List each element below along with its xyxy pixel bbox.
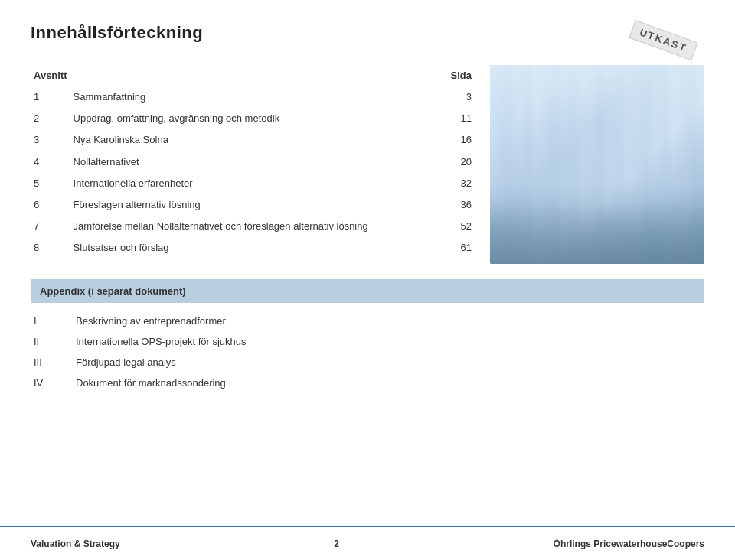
toc-page: 20 (444, 151, 475, 173)
list-item: III Fördjupad legal analys (31, 352, 704, 373)
appendix-items: I Beskrivning av entreprenadformer II In… (31, 303, 704, 393)
list-item: II Internationella OPS-projekt för sjukh… (31, 331, 704, 352)
toc-title: Nollalternativet (70, 151, 444, 173)
toc-title: Sammanfattning (70, 86, 444, 109)
toc-page: 3 (444, 86, 475, 109)
page-container: Innehållsförteckning UTKAST Avsnitt Sida… (0, 0, 735, 560)
appendix-num: III (34, 357, 60, 368)
toc-page: 11 (444, 108, 475, 129)
appendix-num: II (34, 336, 60, 347)
hospital-image (490, 65, 704, 264)
appendix-text: Beskrivning av entreprenadformer (76, 315, 226, 327)
toc-section: Avsnitt Sida 1 Sammanfattning 3 2 Uppdra… (31, 65, 475, 264)
toc-body: 1 Sammanfattning 3 2 Uppdrag, omfattning… (31, 86, 475, 259)
footer-right: Öhrlings PricewaterhouseCoopers (554, 539, 704, 549)
toc-num: 3 (31, 129, 70, 151)
col-avsnitt: Avsnitt (31, 65, 70, 86)
appendix-text: Dokument för marknadssondering (76, 377, 226, 389)
footer-page-number: 2 (334, 539, 339, 549)
toc-page: 52 (444, 216, 475, 237)
toc-num: 4 (31, 151, 70, 173)
toc-num: 1 (31, 86, 70, 109)
toc-num: 6 (31, 194, 70, 216)
image-section (490, 65, 704, 264)
table-row: 3 Nya Karolinska Solna 16 (31, 129, 475, 151)
toc-title: Uppdrag, omfattning, avgränsning och met… (70, 108, 444, 129)
toc-num: 5 (31, 173, 70, 194)
table-row: 7 Jämförelse mellan Nollalternativet och… (31, 216, 475, 237)
toc-title: Föreslagen alternativ lösning (70, 194, 444, 216)
toc-title: Nya Karolinska Solna (70, 129, 444, 151)
col-title-header (70, 65, 444, 86)
footer: Valuation & Strategy 2 Öhrlings Pricewat… (0, 526, 735, 560)
list-item: I Beskrivning av entreprenadformer (31, 311, 704, 331)
table-row: 8 Slutsatser och förslag 61 (31, 237, 475, 259)
toc-num: 2 (31, 108, 70, 129)
table-row: 1 Sammanfattning 3 (31, 86, 475, 109)
toc-title: Internationella erfarenheter (70, 173, 444, 194)
appendix-text: Internationella OPS-projekt för sjukhus (76, 336, 247, 347)
appendix-num: IV (34, 377, 60, 389)
table-row: 2 Uppdrag, omfattning, avgränsning och m… (31, 108, 475, 129)
toc-page: 61 (444, 237, 475, 259)
toc-num: 7 (31, 216, 70, 237)
table-row: 6 Föreslagen alternativ lösning 36 (31, 194, 475, 216)
col-sida: Sida (444, 65, 475, 86)
header-area: Innehållsförteckning UTKAST (0, 0, 735, 50)
toc-table: Avsnitt Sida 1 Sammanfattning 3 2 Uppdra… (31, 65, 475, 259)
appendix-text: Fördjupad legal analys (76, 357, 176, 368)
main-content: Avsnitt Sida 1 Sammanfattning 3 2 Uppdra… (0, 50, 735, 264)
toc-title: Slutsatser och förslag (70, 237, 444, 259)
table-row: 5 Internationella erfarenheter 32 (31, 173, 475, 194)
appendix-section: Appendix (i separat dokument) I Beskrivn… (0, 264, 735, 393)
table-row: 4 Nollalternativet 20 (31, 151, 475, 173)
toc-header-row: Avsnitt Sida (31, 65, 475, 86)
toc-page: 32 (444, 173, 475, 194)
page-title: Innehållsförteckning (31, 23, 203, 43)
toc-page: 16 (444, 129, 475, 151)
list-item: IV Dokument för marknadssondering (31, 373, 704, 393)
toc-num: 8 (31, 237, 70, 259)
footer-left: Valuation & Strategy (31, 539, 120, 549)
curtain-detail (490, 65, 704, 264)
toc-page: 36 (444, 194, 475, 216)
appendix-header: Appendix (i separat dokument) (31, 279, 704, 303)
appendix-num: I (34, 315, 60, 327)
toc-title: Jämförelse mellan Nollalternativet och f… (70, 216, 444, 237)
